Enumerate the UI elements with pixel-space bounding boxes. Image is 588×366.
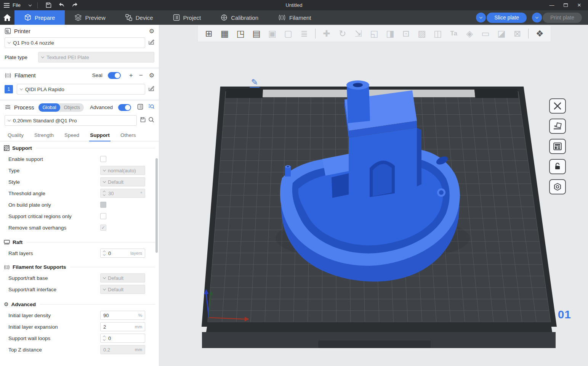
tab-project[interactable]: Project — [163, 10, 211, 25]
paste-icon: ▢ — [281, 26, 296, 41]
critical-regions-checkbox[interactable] — [100, 213, 106, 219]
scale-icon: ⇲ — [351, 26, 365, 41]
window-title: Untitled — [0, 2, 588, 8]
enable-support-checkbox[interactable] — [100, 156, 106, 162]
printer-settings-gear-icon[interactable]: ⚙ — [149, 27, 154, 35]
file-menu-chevron-icon[interactable] — [29, 3, 32, 6]
process-section-icon — [5, 104, 11, 110]
copy-icon: ▣ — [265, 26, 280, 41]
scope-global[interactable]: Global — [38, 103, 60, 112]
arrange-plate-icon — [553, 142, 562, 151]
tab-filament[interactable]: Filament — [268, 10, 321, 25]
minimize-button[interactable]: — — [546, 1, 558, 10]
viewport-3d[interactable]: ⊞▦◳▤▣▢≣✚↻⇲◱◨⊡▨◫Ta◈▭◪⊠❖ ✎ 01 — [159, 25, 588, 366]
top-z-distance-input[interactable]: 0.2mm — [100, 345, 145, 354]
on-build-plate-label: On build plate only — [8, 202, 100, 208]
plate-type-dropdown[interactable]: Textured PEI Plate — [38, 52, 154, 63]
tab-device[interactable]: Device — [115, 10, 163, 25]
add-object-icon[interactable]: ⊞ — [202, 26, 216, 41]
toolbar-divider — [528, 29, 529, 39]
search-preset-icon[interactable] — [148, 117, 154, 124]
initial-layer-density-input[interactable]: 90% — [100, 311, 145, 320]
plate-settings-button[interactable] — [549, 179, 566, 194]
tab-prepare[interactable]: Prepare — [14, 10, 65, 25]
home-button[interactable] — [0, 10, 14, 25]
undo-icon[interactable] — [57, 1, 67, 10]
plate-controls-stack — [549, 98, 566, 194]
split-icon: ◨ — [383, 26, 397, 41]
support-raft-interface-dropdown[interactable]: Default — [100, 285, 145, 294]
build-plate-scene — [159, 25, 588, 366]
add-plate-icon[interactable]: ▦ — [218, 26, 232, 41]
file-menu[interactable]: File — [13, 2, 21, 8]
arrange-plate-button[interactable] — [549, 139, 566, 154]
assembly-icon[interactable]: ❖ — [532, 26, 547, 41]
auto-orient-plate-button[interactable] — [549, 119, 566, 134]
close-button[interactable]: ✕ — [574, 1, 585, 10]
process-preset-dropdown[interactable]: 0.20mm Standard @Q1 Pro — [5, 115, 137, 126]
viewport-toolbar: ⊞▦◳▤▣▢≣✚↻⇲◱◨⊡▨◫Ta◈▭◪⊠❖ — [197, 25, 551, 42]
support-type-dropdown[interactable]: normal(auto) — [100, 166, 145, 175]
plate-base-notch — [318, 340, 431, 348]
filament-slot-badge[interactable]: 1 — [5, 85, 13, 93]
redo-icon[interactable] — [70, 1, 80, 10]
filament-supports-header: Filament for Supports — [13, 264, 66, 270]
measure-icon: ▭ — [478, 26, 493, 41]
device-icon — [125, 14, 132, 21]
support-style-dropdown[interactable]: Default — [100, 177, 145, 186]
support-type-label: Type — [8, 168, 100, 173]
raft-group-icon — [4, 240, 10, 245]
tab-speed[interactable]: Speed — [59, 130, 85, 141]
slice-options-chevron[interactable] — [476, 13, 486, 22]
critical-regions-label: Support critical regions only — [8, 214, 100, 219]
prepare-cube-icon — [24, 14, 31, 21]
support-wall-loops-spinner[interactable]: 0 — [100, 334, 145, 343]
rotate-icon: ↻ — [335, 26, 350, 41]
hamburger-menu-icon[interactable] — [4, 3, 10, 8]
parameter-search-icon[interactable] — [148, 104, 154, 111]
initial-layer-expansion-input[interactable]: 2mm — [100, 322, 145, 331]
top-z-distance-label: Top Z distance — [8, 347, 100, 353]
threshold-angle-spinner[interactable]: 30 ° — [100, 189, 145, 198]
raft-group-header: Raft — [13, 239, 22, 245]
edit-printer-icon[interactable] — [148, 39, 154, 47]
tab-others[interactable]: Others — [115, 130, 141, 141]
seal-toggle[interactable] — [108, 72, 121, 79]
process-scope-switch[interactable]: Global Objects — [38, 103, 84, 112]
tab-quality[interactable]: Quality — [2, 130, 29, 141]
print-options-chevron[interactable] — [532, 13, 542, 22]
tab-preview[interactable]: Preview — [65, 10, 115, 25]
printer-preset-dropdown[interactable]: Q1 Pro 0.4 nozzle — [5, 37, 145, 48]
lock-plate-button[interactable] — [549, 159, 566, 174]
advanced-toggle[interactable] — [118, 104, 131, 111]
raft-layers-spinner[interactable]: 0 layers — [100, 249, 145, 258]
tab-strength[interactable]: Strength — [29, 130, 59, 141]
save-preset-icon[interactable] — [140, 117, 146, 124]
plate-name-edit-icon[interactable]: ✎ — [250, 78, 260, 88]
scope-objects[interactable]: Objects — [60, 103, 84, 112]
tab-calibration[interactable]: Calibration — [211, 10, 268, 25]
sidepanel-scrollbar[interactable] — [155, 158, 158, 253]
support-wall-loops-label: Support wall loops — [8, 336, 100, 341]
auto-orient-icon[interactable]: ◳ — [233, 26, 248, 41]
seal-label: Seal — [92, 72, 103, 78]
printer-icon — [5, 28, 11, 34]
maximize-button[interactable] — [560, 1, 571, 10]
save-icon[interactable] — [44, 1, 54, 10]
filament-settings-gear-icon[interactable]: ⚙ — [149, 72, 154, 79]
arrange-icon[interactable]: ▤ — [249, 26, 264, 41]
remove-filament-button[interactable]: − — [138, 72, 144, 79]
filament-supports-group-icon — [4, 265, 10, 270]
preset-list-icon[interactable] — [137, 104, 143, 111]
filament-preset-dropdown[interactable]: QIDI PLA Rapido — [17, 84, 145, 95]
move-icon: ✚ — [319, 26, 334, 41]
home-icon — [3, 14, 11, 21]
delete-plate-button[interactable] — [549, 98, 566, 114]
threshold-angle-label: Threshold angle — [8, 191, 100, 196]
slice-plate-button[interactable]: Slice plate — [487, 13, 527, 23]
plate-handle-left — [226, 89, 263, 98]
support-raft-base-dropdown[interactable]: Default — [100, 273, 145, 283]
add-filament-button[interactable]: + — [128, 72, 135, 79]
edit-filament-icon[interactable] — [148, 85, 154, 93]
tab-support[interactable]: Support — [85, 130, 115, 141]
